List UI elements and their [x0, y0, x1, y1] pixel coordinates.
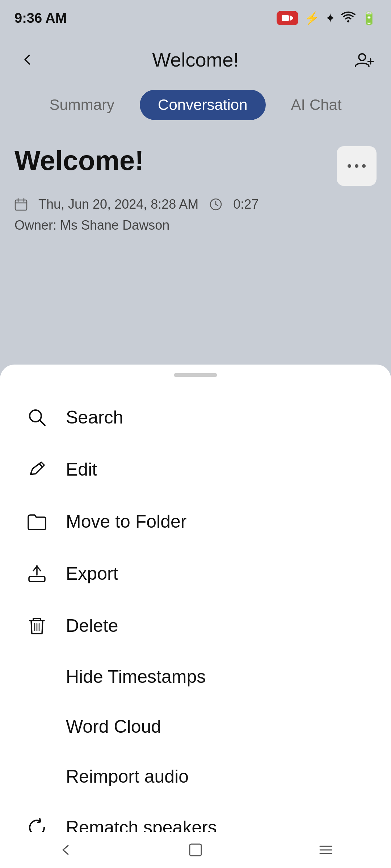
hide-timestamps-label: Hide Timestamps: [66, 666, 206, 687]
edit-icon: [25, 458, 49, 481]
svg-point-6: [362, 164, 366, 168]
search-label: Search: [66, 407, 123, 428]
menu-item-move-folder[interactable]: Move to Folder: [0, 495, 391, 548]
svg-point-4: [348, 164, 351, 168]
record-icon: [277, 11, 298, 25]
nav-back-button[interactable]: [47, 837, 83, 863]
tab-summary[interactable]: Summary: [31, 90, 133, 120]
move-folder-label: Move to Folder: [66, 511, 186, 532]
menu-item-search[interactable]: Search: [0, 391, 391, 443]
wifi-svg: [341, 10, 356, 23]
menu-item-word-cloud[interactable]: Word Cloud: [0, 702, 391, 752]
search-icon: [25, 406, 49, 429]
menu-item-edit[interactable]: Edit: [0, 443, 391, 495]
wifi-icon: [341, 10, 356, 26]
word-cloud-label: Word Cloud: [66, 716, 161, 737]
more-dots-icon: [346, 163, 367, 169]
tabs-container: Summary Conversation AI Chat: [0, 83, 391, 127]
meeting-date: Thu, Jun 20, 2024, 8:28 AM: [38, 197, 198, 212]
folder-icon: [25, 510, 49, 533]
status-bar: 9:36 AM ⚡ ✦ 🔋: [0, 0, 391, 36]
add-person-icon: [354, 50, 374, 70]
video-record-icon: [282, 14, 293, 22]
svg-rect-0: [282, 15, 289, 21]
menu-item-hide-timestamps[interactable]: Hide Timestamps: [0, 652, 391, 702]
back-arrow-icon: [18, 51, 36, 68]
tab-ai-chat[interactable]: AI Chat: [273, 90, 360, 120]
meeting-duration: 0:27: [233, 197, 258, 212]
meeting-title: Welcome!: [14, 145, 144, 176]
meeting-title-row: Welcome!: [14, 145, 377, 186]
nav-menu-button[interactable]: [308, 837, 344, 863]
meeting-meta: Thu, Jun 20, 2024, 8:28 AM 0:27: [14, 197, 377, 212]
reimport-audio-label: Reimport audio: [66, 766, 189, 787]
back-button[interactable]: [14, 47, 40, 72]
export-label: Export: [66, 563, 118, 584]
nav-home-button[interactable]: [177, 837, 214, 863]
owner-line: Owner: Ms Shane Dawson: [14, 218, 377, 233]
menu-item-export[interactable]: Export: [0, 548, 391, 600]
bottom-sheet: Search Edit Move to Folder Expor: [0, 365, 391, 868]
svg-rect-10: [29, 576, 45, 582]
bluetooth-icon: ⚡: [304, 11, 319, 25]
more-options-button[interactable]: [337, 146, 377, 186]
signal-icon: ✦: [325, 11, 335, 25]
svg-rect-11: [190, 844, 201, 856]
status-time: 9:36 AM: [14, 10, 67, 26]
trash-icon: [25, 614, 49, 637]
svg-marker-1: [290, 15, 293, 21]
menu-item-delete[interactable]: Delete: [0, 600, 391, 652]
svg-point-5: [355, 164, 358, 168]
header-title: Welcome!: [152, 48, 239, 71]
tab-conversation[interactable]: Conversation: [140, 90, 265, 120]
delete-label: Delete: [66, 615, 118, 636]
clock-icon: [209, 198, 222, 211]
meeting-area: Welcome! Thu, Jun 20, 2024, 8:28 AM 0:27…: [0, 130, 391, 233]
sheet-handle: [174, 373, 217, 377]
add-person-button[interactable]: [351, 47, 377, 72]
svg-rect-7: [15, 200, 27, 210]
svg-point-3: [359, 54, 366, 61]
edit-label: Edit: [66, 459, 97, 480]
battery-icon: 🔋: [361, 11, 377, 25]
header-bar: Welcome!: [0, 36, 391, 83]
export-icon: [25, 562, 49, 585]
menu-item-reimport-audio[interactable]: Reimport audio: [0, 752, 391, 801]
owner-text: Owner: Ms Shane Dawson: [14, 218, 169, 233]
svg-point-2: [347, 20, 349, 22]
status-icons: ⚡ ✦ 🔋: [277, 10, 377, 26]
nav-bar: [0, 832, 391, 868]
calendar-icon: [14, 198, 28, 211]
